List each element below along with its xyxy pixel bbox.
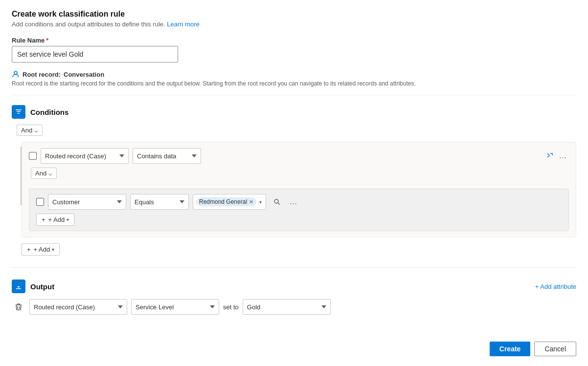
rule-name-label: Rule Name * [12, 37, 576, 44]
inner-and-dropdown[interactable]: And ⌵ [31, 168, 57, 179]
svg-line-5 [278, 203, 280, 205]
svg-rect-6 [16, 288, 21, 289]
delete-output-button[interactable] [12, 300, 25, 314]
inner-condition-group: Customer Equals Redmond General ✕ ▾ [29, 189, 569, 231]
and-chevron-icon: ⌵ [34, 127, 38, 134]
collapse-button[interactable] [546, 152, 553, 159]
value-tag-container: Redmond General ✕ ▾ [193, 194, 266, 210]
output-title: Output [30, 282, 54, 291]
output-icon [12, 280, 25, 293]
condition-row-2: Customer Equals Redmond General ✕ ▾ [36, 194, 562, 210]
search-button[interactable] [270, 195, 284, 209]
value-tag: Redmond General ✕ [196, 197, 256, 206]
and-operator-dropdown[interactable]: And ⌵ [17, 125, 43, 136]
required-indicator: * [46, 37, 48, 44]
condition-row-1: Routed record (Case) Contains data … [29, 148, 569, 164]
tag-chevron-icon[interactable]: ▾ [258, 199, 263, 205]
inner-add-chevron-icon: ▾ [67, 217, 69, 222]
cancel-button[interactable]: Cancel [534, 342, 576, 356]
output-value-select[interactable]: Gold [243, 299, 331, 315]
rule-name-input[interactable] [12, 46, 178, 63]
customer-attribute-select[interactable]: Customer [48, 194, 126, 210]
create-button[interactable]: Create [490, 342, 531, 356]
outer-add-chevron-icon: ▾ [52, 247, 54, 252]
svg-rect-3 [18, 113, 20, 114]
inner-and-chevron-icon: ⌵ [48, 170, 52, 177]
output-record-select[interactable]: Routed record (Case) [29, 299, 127, 315]
output-field-select[interactable]: Service Level [131, 299, 219, 315]
conditions-icon [12, 105, 25, 119]
section-divider [12, 267, 576, 268]
more-options-button-1[interactable]: … [557, 150, 569, 162]
svg-point-0 [14, 71, 17, 74]
conditions-area: And ⌵ Routed record (Case) Contains data [12, 125, 576, 256]
inner-add-button[interactable]: + + Add ▾ [36, 214, 74, 226]
svg-rect-1 [16, 109, 22, 110]
page-subtitle: Add conditions and output attributes to … [12, 21, 576, 28]
svg-rect-2 [17, 111, 21, 112]
condition-checkbox-2[interactable] [36, 198, 44, 206]
svg-point-4 [274, 199, 278, 203]
add-attribute-button[interactable]: + Add attribute [535, 283, 576, 290]
routed-record-select[interactable]: Routed record (Case) [41, 148, 129, 164]
root-record-description: Root record is the starting record for t… [12, 80, 576, 87]
equals-operator-select[interactable]: Equals [130, 194, 189, 210]
conditions-title: Conditions [30, 108, 68, 116]
conditions-section-header: Conditions [12, 105, 576, 119]
tag-remove-btn[interactable]: ✕ [249, 199, 253, 205]
condition-group-outer: Routed record (Case) Contains data … [22, 142, 576, 237]
outer-add-button[interactable]: + + Add ▾ [22, 243, 60, 256]
more-options-button-2[interactable]: … [288, 196, 299, 208]
learn-more-link[interactable]: Learn more [167, 21, 199, 28]
person-icon [12, 70, 20, 78]
condition-checkbox-1[interactable] [29, 152, 37, 160]
output-row: Routed record (Case) Service Level set t… [12, 299, 576, 315]
footer-actions: Create Cancel [490, 342, 576, 356]
contains-data-select[interactable]: Contains data [133, 148, 201, 164]
output-header-left: Output [12, 280, 54, 293]
output-section: Output + Add attribute Routed record (Ca… [12, 280, 576, 315]
output-header: Output + Add attribute [12, 280, 576, 293]
page-title: Create work classification rule [12, 10, 576, 19]
set-to-label: set to [223, 303, 239, 311]
root-record-title: Root record: Conversation [12, 70, 576, 78]
